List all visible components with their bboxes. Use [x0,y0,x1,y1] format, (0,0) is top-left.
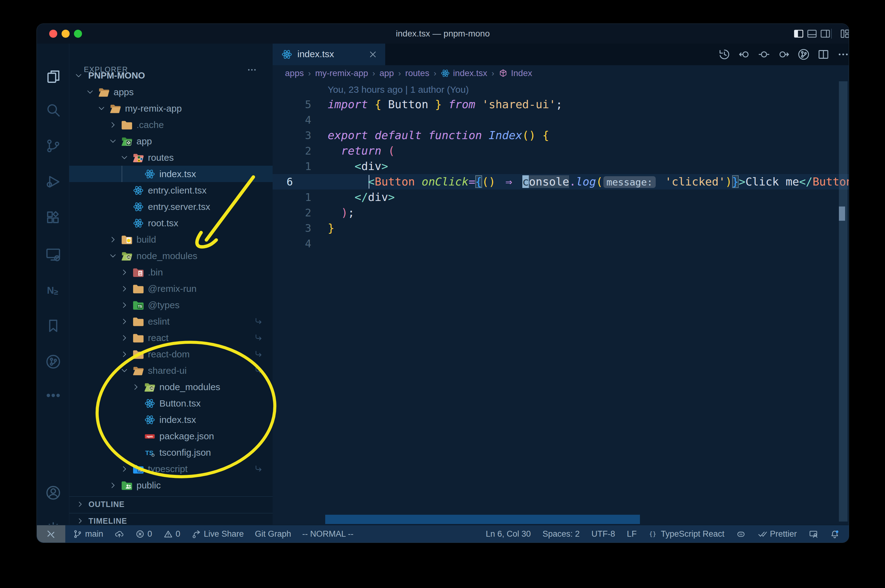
chevron-right-icon[interactable] [120,317,129,326]
chevron-right-icon[interactable] [108,121,117,129]
status-git-graph[interactable]: Git Graph [255,529,291,539]
toggle-primary-sidebar-icon[interactable] [793,28,804,39]
tab-index-tsx[interactable]: index.tsx [272,44,385,65]
activity-remote-explorer-icon[interactable] [45,246,62,263]
tree-item-node-modules[interactable]: JSnode_modules [69,248,272,264]
activity-explorer-icon[interactable] [45,68,62,85]
chevron-right-icon[interactable] [120,268,129,277]
chevron-right-icon[interactable] [120,284,129,293]
status-live-share[interactable]: Live Share [191,529,244,539]
tree-item-index-tsx[interactable]: index.tsx [69,166,272,182]
code-line[interactable]: 4 [272,236,849,251]
toggle-secondary-sidebar-icon[interactable] [820,28,831,39]
status-sync[interactable] [114,529,124,539]
tree-item--types[interactable]: TS@types [69,297,272,313]
code-line[interactable]: 2 ); [272,205,849,220]
activity-source-control-icon[interactable] [45,138,62,154]
status-liveshare-contact[interactable] [808,529,818,539]
tree-item-routes[interactable]: routes [69,149,272,166]
tree-item-apps[interactable]: apps [69,84,272,100]
open-changes-icon[interactable] [758,48,770,61]
chevron-right-icon[interactable] [108,481,117,490]
tree-item-entry-client-tsx[interactable]: entry.client.tsx [69,182,272,198]
tree-item-index-tsx[interactable]: index.tsx [69,411,272,428]
vertical-scrollbar[interactable] [839,81,847,522]
activity-search-icon[interactable] [45,102,62,118]
tree-item-node-modules[interactable]: JSnode_modules [69,379,272,395]
breadcrumb-app[interactable]: app [379,68,394,78]
tree-item-pnpm-mono[interactable]: PNPM-MONO [69,68,272,84]
status-warnings[interactable]: 0 [163,529,181,539]
open-changes-next-icon[interactable] [778,48,790,61]
status-language-mode[interactable]: {}TypeScript React [648,529,724,539]
activity-extensions-icon[interactable] [45,209,62,226]
tree-item-my-remix-app[interactable]: my-remix-app [69,100,272,117]
status-branch[interactable]: main [73,529,103,539]
breadcrumb-index[interactable]: Index [498,68,532,78]
chevron-down-icon[interactable] [120,366,129,375]
tree-item--remix-run[interactable]: @remix-run [69,280,272,297]
code-line-current[interactable]: 6 <Button onClick={() ⇒ console.log(mess… [272,174,849,189]
tree-item--bin[interactable]: 0110.bin [69,264,272,280]
remote-indicator[interactable] [37,525,65,543]
status-prettier[interactable]: Prettier [757,529,797,539]
tree-item-entry-server-tsx[interactable]: entry.server.tsx [69,198,272,215]
code-line[interactable]: 2 return ( [272,143,849,159]
breadcrumb-my-remix-app[interactable]: my-remix-app [315,68,368,78]
chevron-down-icon[interactable] [97,104,106,113]
breadcrumb-index-tsx[interactable]: index.tsx [441,68,488,78]
chevron-right-icon[interactable] [131,383,140,392]
code-editor[interactable]: You, 23 hours ago | 1 author (You)5impor… [272,81,849,525]
code-line[interactable]: 1 </div> [272,189,849,205]
breadcrumb-routes[interactable]: routes [405,68,429,78]
tree-item-package-json[interactable]: npmpackage.json [69,428,272,444]
open-changes-previous-icon[interactable] [738,48,750,61]
tree-item-typescript[interactable]: TStypescript [69,460,272,477]
tree-item-button-tsx[interactable]: Button.tsx [69,395,272,411]
sidebar-section-outline[interactable]: OUTLINE [69,496,272,513]
timeline-history-icon[interactable] [718,48,731,61]
breadcrumb-apps[interactable]: apps [285,68,304,78]
status-vim-mode[interactable]: -- NORMAL -- [303,529,354,539]
status-copilot[interactable] [736,529,746,539]
code-line[interactable]: 3export default function Index() { [272,128,849,143]
customize-layout-icon[interactable] [840,28,849,39]
status-eol[interactable]: LF [627,529,637,539]
code-line[interactable]: 3} [272,220,849,236]
activity-gitlens-icon[interactable] [45,353,62,370]
tree-item-shared-ui[interactable]: shared-ui [69,362,272,379]
chevron-down-icon[interactable] [108,137,117,146]
tree-item-build[interactable]: build [69,231,272,248]
code-line[interactable]: 4 [272,112,849,128]
status-cursor-position[interactable]: Ln 6, Col 30 [486,529,531,539]
chevron-down-icon[interactable] [108,252,117,260]
code-line[interactable]: You, 23 hours ago | 1 author (You) [272,81,849,97]
status-errors[interactable]: 0 [135,529,152,539]
close-tab-icon[interactable] [368,50,378,59]
horizontal-scrollbar[interactable] [325,515,640,524]
status-notifications[interactable] [830,529,840,539]
activity-run-and-debug-icon[interactable] [45,173,62,190]
tree-item-root-tsx[interactable]: root.tsx [69,215,272,231]
activity-nx-console-icon[interactable]: N≥ [45,282,62,298]
tree-item-eslint[interactable]: eslint [69,313,272,330]
toggle-panel-icon[interactable] [807,28,817,39]
more-actions-icon[interactable] [837,48,849,61]
chevron-down-icon[interactable] [86,88,94,96]
chevron-right-icon[interactable] [120,334,129,342]
chevron-right-icon[interactable] [120,350,129,358]
tree-item-tsconfig-json[interactable]: TStsconfig.json [69,444,272,460]
chevron-down-icon[interactable] [74,71,83,80]
chevron-right-icon[interactable] [108,235,117,244]
tree-item--cache[interactable]: .cache [69,117,272,133]
tree-item-react-dom[interactable]: react-dom [69,346,272,362]
chevron-down-icon[interactable] [120,153,129,162]
activity-more-views-icon[interactable] [45,387,62,404]
activity-bookmarks-icon[interactable] [45,318,62,334]
code-line[interactable]: 1 <div> [272,159,849,174]
activity-accounts-icon[interactable] [45,484,62,501]
tree-item-public[interactable]: public [69,477,272,494]
chevron-right-icon[interactable] [120,465,129,473]
code-line[interactable]: 5import { Button } from 'shared-ui'; [272,97,849,112]
status-encoding[interactable]: UTF-8 [592,529,615,539]
